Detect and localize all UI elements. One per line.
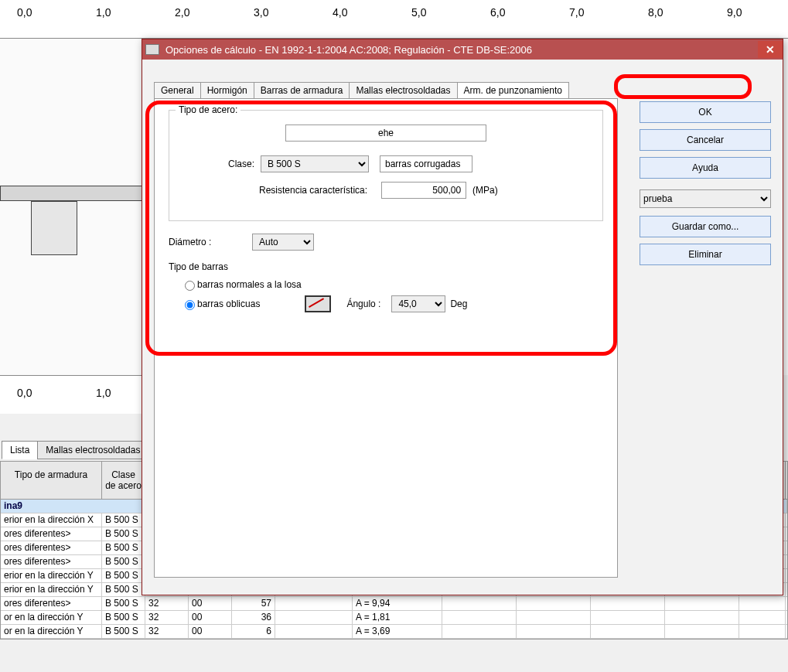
col-tipo-de-armadura[interactable]: Tipo de armadura — [1, 462, 102, 499]
bars-kind-readonly — [380, 155, 472, 172]
ruler-mid-label-1: 1,0 — [96, 387, 111, 399]
radio-barras-oblicuas[interactable] — [185, 300, 195, 310]
help-button[interactable]: Ayuda — [640, 157, 771, 179]
angle-icon — [305, 295, 331, 312]
tab-lista[interactable]: Lista — [2, 441, 38, 459]
class-label: Clase: — [228, 159, 254, 169]
bars-type-group: Tipo de barras barras normales a la losa… — [169, 261, 603, 312]
tab-hormigon[interactable]: Hormigón — [200, 82, 254, 99]
preset-select[interactable]: prueba — [640, 189, 771, 208]
column-element — [31, 201, 77, 255]
fy-label: Resistencia característica: — [259, 185, 367, 196]
bars-type-legend: Tipo de barras — [169, 261, 603, 272]
tab-panel-punzonamiento: Tipo de acero: Clase: B 500 S Resistenci… — [154, 98, 618, 578]
ruler-top: 0,0 1,0 2,0 3,0 4,0 5,0 6,0 7,0 8,0 9,0 — [0, 0, 788, 39]
ruler-label-5: 5,0 — [411, 6, 426, 19]
fy-unit: (MPa) — [472, 185, 498, 196]
ruler-label-8: 8,0 — [648, 6, 663, 19]
table-row[interactable]: ores diferentes>B 500 S320057A = 9,94 — [1, 597, 787, 611]
steel-class-select[interactable]: B 500 S — [261, 155, 369, 172]
ruler-label-3: 3,0 — [254, 6, 268, 19]
tab-arm-de-punzonamiento[interactable]: Arm. de punzonamiento — [457, 82, 569, 99]
app-icon — [145, 44, 159, 55]
ruler-label-0: 0,0 — [17, 6, 32, 19]
angle-select[interactable]: 45,0 — [391, 295, 445, 312]
bottom-tabstrip: Lista Mallas electrosoldadas — [2, 441, 148, 459]
ruler-label-2: 2,0 — [175, 6, 189, 19]
cancel-button[interactable]: Cancelar — [640, 129, 771, 151]
dialog-tabstrip: General Hormigón Barras de armadura Mall… — [154, 82, 568, 99]
ruler-label-1: 1,0 — [96, 6, 111, 19]
radio-barras-normales-label: barras normales a la losa — [197, 279, 302, 290]
tab-mallas-electrosoldadas-grid[interactable]: Mallas electrosoldadas — [37, 441, 148, 459]
diameter-select[interactable]: Auto — [252, 234, 314, 251]
ruler-label-4: 4,0 — [333, 6, 347, 19]
steel-name-input[interactable] — [285, 125, 486, 142]
dialog-title: Opciones de cálculo - EN 1992-1-1:2004 A… — [165, 44, 758, 56]
tab-barras-de-armadura[interactable]: Barras de armadura — [254, 82, 350, 99]
slab-element — [0, 186, 155, 201]
steel-type-group: Tipo de acero: Clase: B 500 S Resistenci… — [169, 110, 603, 221]
fy-input[interactable] — [381, 182, 466, 199]
angle-label: Ángulo : — [346, 298, 380, 309]
ruler-label-9: 9,0 — [727, 6, 742, 19]
table-row[interactable]: or en la dirección YB 500 S32006A = 3,69 — [1, 625, 787, 639]
dialog-button-column: OK Cancelar Ayuda prueba Guardar como...… — [640, 101, 771, 271]
ruler-label-7: 7,0 — [569, 6, 584, 19]
close-icon[interactable]: ✕ — [758, 41, 783, 58]
diameter-label: Diámetro : — [169, 237, 246, 247]
angle-unit: Deg — [450, 298, 467, 309]
ruler-mid-label-0: 0,0 — [17, 387, 32, 399]
dialog-titlebar[interactable]: Opciones de cálculo - EN 1992-1-1:2004 A… — [142, 39, 783, 60]
save-as-button[interactable]: Guardar como... — [640, 216, 771, 237]
table-row[interactable]: or en la dirección YB 500 S320036A = 1,8… — [1, 611, 787, 625]
delete-button[interactable]: Eliminar — [640, 244, 771, 265]
ok-button[interactable]: OK — [640, 101, 771, 123]
tab-general[interactable]: General — [154, 82, 201, 99]
col-clase-de-acero[interactable]: Clase de acero — [102, 462, 145, 499]
ruler-label-6: 6,0 — [490, 6, 505, 19]
tab-mallas-electrosoldadas[interactable]: Mallas electrosoldadas — [349, 82, 457, 99]
radio-barras-oblicuas-label: barras oblicuas — [197, 298, 260, 309]
calculation-options-dialog: Opciones de cálculo - EN 1992-1-1:2004 A… — [142, 39, 783, 595]
radio-barras-normales[interactable] — [185, 281, 195, 291]
steel-type-legend: Tipo de acero: — [176, 104, 240, 115]
ruler-mid: 0,0 1,0 — [0, 375, 155, 414]
